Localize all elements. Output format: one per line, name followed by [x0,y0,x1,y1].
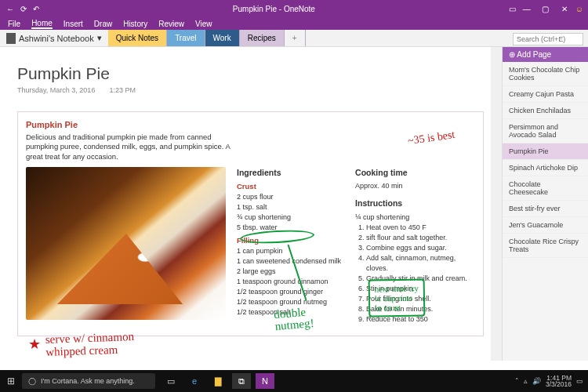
crust-heading: Crust [237,181,341,192]
section-tab-recipes[interactable]: Recipes [240,30,285,46]
crust-item: 2 cups flour [237,192,341,202]
page-date: Thursday, March 3, 2016 [17,86,95,94]
cooktime-value: Approx. 40 min [355,181,473,191]
page-list-item[interactable]: Jen's Guacamole [503,217,588,234]
ingredients-heading: Ingredients [237,167,341,179]
filling-item: 1/2 teaspoon salt [237,307,341,318]
chevron-down-icon: ▾ [97,33,102,43]
page-list-item[interactable]: Chocolate Rice Crispy Treats [503,234,588,258]
ink-star-icon: ★ [28,336,41,353]
volume-icon[interactable]: 🔊 [532,377,541,385]
page-list-panel: ⊕ Add Page Mom's Chocolate Chip CookiesC… [502,47,588,361]
crust-item: ¾ cup shortening [237,212,341,223]
filling-item: 1 teaspoon ground cinnamon [237,277,341,287]
search-box[interactable] [513,31,583,45]
undo-icon[interactable]: ↶ [33,5,39,13]
page-title[interactable]: Pumpkin Pie [17,64,136,83]
section-tab-work[interactable]: Work [205,30,240,46]
recipe-container[interactable]: Pumpkin Pie Delicious and traditional pu… [17,111,484,336]
network-icon[interactable]: ▵ [524,377,528,385]
ribbon-insert[interactable]: Insert [64,20,83,28]
edge-icon[interactable]: e [185,373,204,389]
instructions-heading: Instructions [355,198,473,209]
instruction-item: ¼ cup shortening [355,212,473,223]
recipe-image [26,167,226,320]
recipe-description: Delicious and traditional pumpkin pie ma… [26,132,245,162]
ingredients-column: Ingredients Crust 2 cups flour 1 tsp. sa… [237,167,341,325]
feedback-icon[interactable]: ☺ [575,5,583,13]
cortana-icon: ◯ [28,377,36,385]
ribbon-history[interactable]: History [123,20,147,28]
window-titlebar: ← ⟳ ↶ Pumpkin Pie - OneNote ▭ — ▢ ✕ ☺ [0,0,588,17]
page-list-item[interactable]: Best stir-fry ever [503,201,588,217]
task-view-icon[interactable]: ▭ [162,373,180,389]
instruction-item: Pour filling into shell. [366,294,473,304]
instructions-column: Cooking time Approx. 40 min Instructions… [355,167,473,325]
tray-up-icon[interactable]: ˄ [515,377,519,385]
start-button[interactable]: ⊞ [0,376,22,387]
instruction-item: Add salt, cinnamon, nutmeg, cloves. [366,253,473,274]
page-list-item[interactable]: Pumpkin Pie [503,143,588,160]
page-list-item[interactable]: Persimmon and Avocado Salad [503,119,588,143]
section-tab-add[interactable]: + [285,30,306,46]
ribbon-draw[interactable]: Draw [94,20,112,28]
ribbon-review[interactable]: Review [158,20,184,28]
crust-item: 5 tbsp. water [237,223,341,233]
notebook-name: Ashwini's Notebook [19,34,94,43]
section-tab-quicknotes[interactable]: Quick Notes [108,30,167,46]
instruction-item: Heat oven to 450 F [366,223,473,233]
store-icon[interactable]: ⧉ [232,373,251,389]
page-list-item[interactable]: Chocolate Cheesecake [503,176,588,201]
ribbon-options-icon[interactable]: ▭ [509,5,516,13]
page-list-item[interactable]: Creamy Cajun Pasta [503,86,588,103]
back-icon[interactable]: ← [6,5,14,13]
filling-heading: Filling [237,235,341,246]
instruction-item: Gradually stir in milk and cream. [366,274,473,284]
add-page-button[interactable]: ⊕ Add Page [503,47,588,62]
section-tab-travel[interactable]: Travel [167,30,205,46]
close-button[interactable]: ✕ [557,5,572,13]
file-explorer-icon[interactable]: ▇ [209,373,227,389]
filling-item: 1 can sweetened condensed milk [237,256,341,267]
ribbon-home[interactable]: Home [31,19,53,29]
onenote-taskbar-icon[interactable]: N [256,373,274,389]
page-list-item[interactable]: Mom's Chocolate Chip Cookies [503,62,588,86]
sync-icon[interactable]: ⟳ [20,5,27,13]
ribbon-view[interactable]: View [195,20,212,28]
ribbon-tabs: File Home Insert Draw History Review Vie… [0,17,588,30]
filling-item: 2 large eggs [237,267,341,277]
page-list-item[interactable]: Spinach Artichoke Dip [503,160,588,176]
filling-item: 1/2 teaspoon ground ginger [237,287,341,297]
crust-item: 1 tsp. salt [237,202,341,212]
maximize-button[interactable]: ▢ [538,5,554,13]
notebook-selector[interactable]: Ashwini's Notebook ▾ [0,33,108,44]
page-list-item[interactable]: Chicken Enchiladas [503,103,588,119]
windows-taskbar: ⊞ ◯ I'm Cortana. Ask me anything. ▭ e ▇ … [0,370,588,392]
instruction-item: Combine eggs and sugar. [366,243,473,253]
recipe-title: Pumpkin Pie [26,120,475,129]
ribbon-file[interactable]: File [8,20,20,28]
cooktime-heading: Cooking time [355,167,473,179]
section-bar: Ashwini's Notebook ▾ Quick Notes Travel … [0,30,588,47]
filling-item: 1/2 teaspoon ground nutmeg [237,297,341,307]
window-title: Pumpkin Pie - OneNote [39,5,509,13]
action-center-icon[interactable]: ▭ [576,377,583,385]
vertical-scrollbar[interactable] [491,47,502,361]
instruction-item: sift flour and salt together. [366,233,473,243]
page-time: 1:23 PM [109,86,136,94]
instruction-item: Stir in pumpkin. [366,284,473,294]
search-input[interactable] [513,33,583,45]
cortana-search[interactable]: ◯ I'm Cortana. Ask me anything. [22,373,155,389]
instruction-item: Reduce heat to 350 [366,314,473,325]
instruction-item: Bake for ten minutes. [366,304,473,314]
cortana-placeholder: I'm Cortana. Ask me anything. [41,377,135,385]
filling-item: 1 can pumpkin [237,246,341,256]
minimize-button[interactable]: — [519,5,535,13]
notebook-icon [6,33,16,44]
system-clock[interactable]: 1:41 PM 3/3/2016 [546,375,572,388]
page-canvas[interactable]: Pumpkin Pie Thursday, March 3, 2016 1:23… [0,47,502,361]
